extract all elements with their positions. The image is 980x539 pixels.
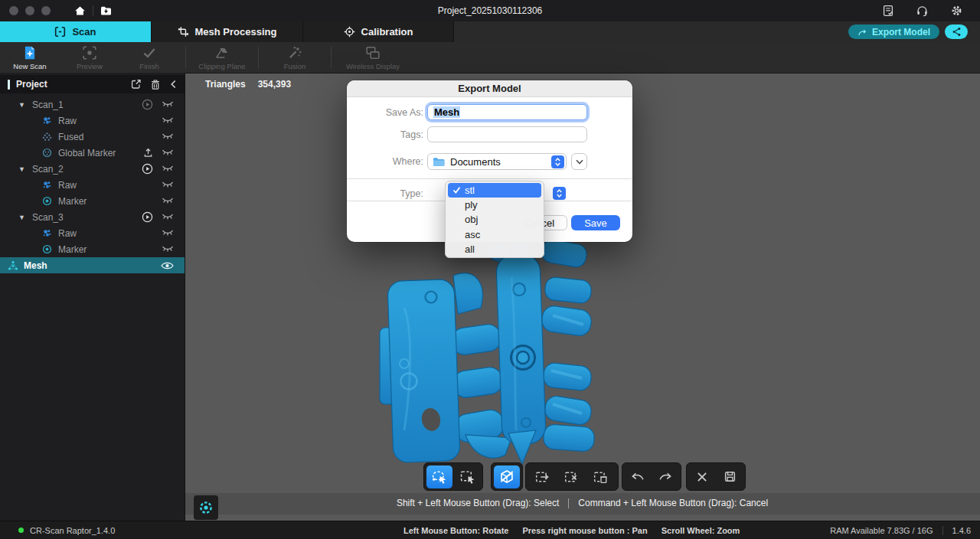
- 3d-mesh-model[interactable]: [360, 239, 681, 469]
- tree-item-scan3-raw[interactable]: Raw: [0, 225, 185, 241]
- support-headset-icon[interactable]: [916, 5, 929, 17]
- share-button[interactable]: [945, 24, 968, 39]
- release-notes-icon[interactable]: [882, 5, 894, 17]
- export-project-icon[interactable]: [130, 79, 141, 90]
- tree-item-scan-3[interactable]: ▼ Scan_3: [0, 209, 185, 225]
- firmware-version: 1.4.6: [952, 526, 971, 535]
- type-option-label: ply: [465, 199, 478, 211]
- folder-icon: [433, 157, 445, 167]
- tab-scan[interactable]: Scan: [0, 21, 152, 42]
- window-close-button[interactable]: [9, 6, 18, 15]
- eye-closed-icon[interactable]: [162, 100, 174, 109]
- type-option-all[interactable]: all: [448, 242, 541, 256]
- deselect-button[interactable]: [557, 466, 584, 488]
- save-button[interactable]: Save: [571, 215, 620, 230]
- redo-button[interactable]: [653, 466, 679, 488]
- zoom-hint: Scroll Wheel: Zoom: [662, 526, 740, 535]
- play-icon[interactable]: [142, 163, 153, 175]
- scan-icon: [54, 26, 66, 38]
- rect-select-button[interactable]: [455, 466, 481, 488]
- triangles-counter: Triangles 354,393: [205, 79, 291, 90]
- tree-item-label: Scan_3: [32, 212, 64, 223]
- undo-button[interactable]: [625, 466, 651, 488]
- eye-closed-icon[interactable]: [162, 213, 174, 221]
- chevron-down-icon: [576, 159, 583, 165]
- tree-item-scan1-fused[interactable]: Fused: [0, 129, 185, 145]
- tool-fusion[interactable]: Fusion: [265, 45, 325, 70]
- type-option-stl[interactable]: stl: [448, 183, 541, 198]
- play-icon[interactable]: [142, 99, 153, 110]
- hint-select: Shift + Left Mouse Button (Drag): Select: [397, 498, 559, 508]
- window-minimize-button[interactable]: [25, 6, 34, 15]
- eye-closed-icon[interactable]: [162, 149, 174, 157]
- tool-label: Finish: [139, 62, 158, 70]
- tree-item-scan-1[interactable]: ▼ Scan_1: [0, 96, 185, 113]
- open-project-folder-icon[interactable]: [100, 5, 113, 17]
- type-option-obj[interactable]: obj: [448, 212, 541, 227]
- tool-new-scan[interactable]: New Scan: [0, 45, 60, 70]
- project-title: Project: [16, 79, 130, 90]
- type-option-label: all: [465, 243, 475, 255]
- save-as-field[interactable]: Mesh: [427, 104, 587, 120]
- where-select[interactable]: Documents: [427, 153, 567, 170]
- raw-data-icon: [42, 228, 52, 238]
- marker-icon: [42, 196, 52, 206]
- type-option-ply[interactable]: ply: [448, 198, 541, 212]
- dialog-title: Export Model: [347, 80, 632, 97]
- tree-item-scan2-raw[interactable]: Raw: [0, 177, 185, 193]
- tree-item-scan1-raw[interactable]: Raw: [0, 113, 185, 129]
- type-stepper-icon[interactable]: [553, 187, 566, 200]
- where-stepper-icon[interactable]: [551, 155, 564, 168]
- cut-through-button[interactable]: [494, 466, 520, 488]
- expander-icon[interactable]: ▼: [18, 101, 26, 109]
- settings-gear-icon[interactable]: [950, 5, 963, 17]
- cancel-edit-button[interactable]: [689, 466, 715, 488]
- expander-icon[interactable]: ▼: [18, 165, 26, 173]
- tree-item-scan2-marker[interactable]: Marker: [0, 193, 185, 209]
- mesh-icon: [8, 260, 18, 271]
- play-icon[interactable]: [142, 211, 153, 223]
- eye-closed-icon[interactable]: [162, 197, 174, 205]
- tab-mesh-processing-label: Mesh Processing: [195, 26, 277, 38]
- tree-item-scan-2[interactable]: ▼ Scan_2: [0, 161, 185, 177]
- collapse-sidebar-icon[interactable]: [170, 80, 177, 89]
- eye-closed-icon[interactable]: [162, 165, 174, 173]
- export-model-button[interactable]: Export Model: [848, 24, 939, 39]
- eye-closed-icon[interactable]: [162, 116, 174, 125]
- tree-item-scan3-marker[interactable]: Marker: [0, 241, 185, 257]
- project-accent-bar: [8, 80, 10, 90]
- type-option-label: stl: [465, 185, 475, 196]
- tool-finish[interactable]: Finish: [119, 45, 179, 70]
- tree-item-label: Global Marker: [58, 148, 116, 158]
- expander-icon[interactable]: ▼: [18, 214, 26, 221]
- tool-clipping-plane[interactable]: Clipping Plane: [192, 45, 252, 70]
- wireless-display-icon: [365, 45, 381, 60]
- where-value: Documents: [450, 156, 546, 168]
- tab-calibration[interactable]: Calibration: [303, 21, 454, 42]
- trash-icon[interactable]: [150, 79, 161, 90]
- eye-closed-icon[interactable]: [162, 132, 174, 141]
- save-mesh-button[interactable]: [717, 466, 743, 488]
- delete-selection-button[interactable]: [586, 466, 613, 488]
- eye-closed-icon[interactable]: [162, 245, 174, 253]
- tool-wireless-display[interactable]: Wireless Display: [338, 45, 408, 70]
- window-zoom-button[interactable]: [41, 6, 51, 15]
- home-icon[interactable]: [74, 5, 87, 17]
- share-icon: [952, 27, 962, 37]
- upload-marker-icon[interactable]: [143, 148, 153, 158]
- type-option-asc[interactable]: asc: [448, 227, 541, 242]
- tab-mesh-processing[interactable]: Mesh Processing: [152, 21, 303, 42]
- hint-cancel: Command + Left Mouse Button (Drag): Canc…: [578, 498, 768, 508]
- tree-item-mesh[interactable]: Mesh: [0, 257, 185, 273]
- tool-label: Fusion: [284, 62, 306, 70]
- invert-selection-button[interactable]: [528, 466, 555, 488]
- lasso-select-button[interactable]: [426, 466, 452, 488]
- eye-open-icon[interactable]: [161, 261, 174, 270]
- tree-item-scan1-global-marker[interactable]: Global Marker: [0, 145, 185, 161]
- where-expand-button[interactable]: [571, 153, 587, 170]
- tool-preview[interactable]: Preview: [60, 45, 119, 70]
- eye-closed-icon[interactable]: [162, 181, 174, 189]
- eye-closed-icon[interactable]: [162, 229, 174, 237]
- tags-field[interactable]: [427, 126, 587, 142]
- recenter-view-button[interactable]: [194, 495, 218, 520]
